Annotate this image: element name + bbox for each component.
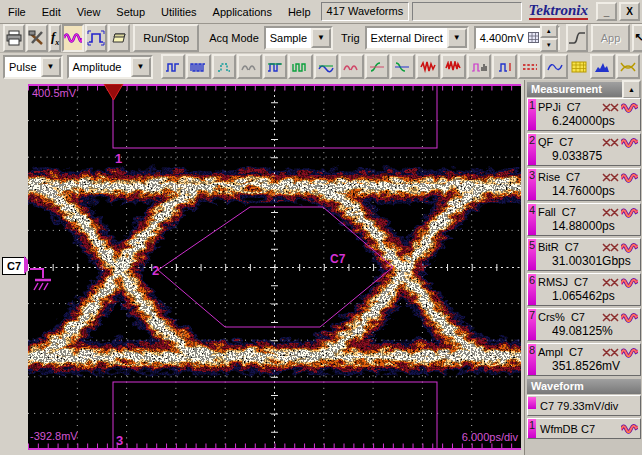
measurement-value: 14.76000ps bbox=[538, 184, 638, 198]
measurement-row-ppji[interactable]: 1 PPJi C7 6.240000ps bbox=[527, 98, 641, 131]
waveform-badge bbox=[528, 397, 536, 409]
pulse-green-icon bbox=[292, 61, 308, 73]
measurement-source: C7 bbox=[566, 171, 580, 183]
menu-utilities[interactable]: Utilities bbox=[153, 6, 204, 18]
menu-setup[interactable]: Setup bbox=[108, 6, 153, 18]
gate3-label: 3 bbox=[116, 433, 123, 448]
measurement-row-fall[interactable]: 4 Fall C7 14.88000ps bbox=[527, 203, 641, 236]
trig-source-select[interactable]: External Direct ▼ bbox=[365, 26, 469, 50]
measurement-panel-header: Measurement ▲ bbox=[527, 82, 641, 97]
wave-icon bbox=[621, 242, 638, 253]
measurement-value: 9.033875 bbox=[538, 149, 638, 163]
view-sine-button[interactable] bbox=[543, 54, 568, 79]
meas-jitter-button[interactable] bbox=[416, 54, 441, 79]
tools-button[interactable] bbox=[26, 24, 48, 52]
measurement-number: 1 bbox=[529, 99, 535, 111]
app-button[interactable]: App bbox=[591, 24, 631, 52]
chevron-down-icon[interactable]: ▼ bbox=[447, 28, 467, 48]
meas-gated-pulse-button[interactable] bbox=[212, 54, 237, 79]
waveform-db-row[interactable]: 1 WfmDB C7 bbox=[527, 418, 641, 439]
meas-pulse-green-button[interactable] bbox=[288, 54, 313, 79]
meas-histogram-button[interactable] bbox=[467, 54, 492, 79]
measurement-row-crs[interactable]: 7 Crs% C7 49.08125% bbox=[527, 308, 641, 341]
menu-applications[interactable]: Applications bbox=[205, 6, 280, 18]
trig-label: Trig bbox=[341, 32, 360, 44]
view-histogram-button[interactable] bbox=[590, 54, 615, 79]
grid-yellow-icon bbox=[571, 61, 587, 73]
meas-type-select[interactable]: Amplitude ▼ bbox=[67, 55, 153, 79]
mask-left-label: 2 bbox=[152, 263, 159, 278]
waveform-db-number: 1 bbox=[529, 419, 535, 431]
help-pointer-button[interactable]: ↖? bbox=[632, 24, 642, 52]
eraser-button[interactable] bbox=[108, 24, 130, 52]
menu-edit[interactable]: Edit bbox=[34, 6, 69, 18]
graticule[interactable]: 1 3 2 C7 400.5mV -392.8mV 6.000ps/div bbox=[28, 84, 521, 450]
view-eye-pattern-button[interactable] bbox=[616, 54, 641, 79]
meas-pulse-topline-button[interactable] bbox=[263, 54, 288, 79]
histogram-blue-icon bbox=[594, 61, 610, 73]
meas-multi-pulse-button[interactable] bbox=[186, 54, 211, 79]
meas-rise-time-button[interactable] bbox=[365, 54, 390, 79]
measurement-row-bitr[interactable]: 5 BitR C7 31.00301Gbps bbox=[527, 238, 641, 271]
dual-sine-pink-icon bbox=[343, 61, 359, 73]
waveform-db-label: WfmDB C7 bbox=[540, 423, 595, 435]
minimize-button[interactable]: _ bbox=[596, 2, 617, 21]
measurement-number: 5 bbox=[529, 239, 535, 251]
menu-view[interactable]: View bbox=[69, 6, 109, 18]
chevron-down-icon[interactable]: ▼ bbox=[131, 57, 151, 77]
eye-pattern-icon bbox=[620, 61, 636, 73]
pulse-select-icon bbox=[87, 30, 105, 46]
help-pointer-icon: ↖? bbox=[634, 31, 642, 44]
meas-noise-button[interactable] bbox=[441, 54, 466, 79]
print-button[interactable] bbox=[3, 24, 25, 52]
meas-type-value: Amplitude bbox=[69, 61, 131, 73]
chevron-down-icon[interactable]: ▼ bbox=[41, 57, 61, 77]
run-stop-button[interactable]: Run/Stop bbox=[133, 24, 199, 52]
spin-down-icon[interactable]: ▼ bbox=[540, 38, 558, 52]
meas-category-select[interactable]: Pulse ▼ bbox=[3, 55, 63, 79]
spin-up-icon[interactable]: ▲ bbox=[540, 24, 558, 38]
menu-help[interactable]: Help bbox=[280, 6, 319, 18]
measurement-value: 351.8526mV bbox=[538, 359, 638, 373]
pulse-select-button[interactable] bbox=[85, 24, 107, 52]
trig-source-value: External Direct bbox=[367, 32, 447, 44]
waveform-scale-row[interactable]: C7 79.33mV/div bbox=[527, 395, 641, 416]
meas-pulse-button[interactable] bbox=[161, 54, 186, 79]
trig-slope-button[interactable] bbox=[566, 24, 588, 52]
view-dashes-button[interactable] bbox=[518, 54, 543, 79]
view-grid-button[interactable] bbox=[569, 56, 590, 77]
measurement-row-rise[interactable]: 3 Rise C7 14.76000ps bbox=[527, 168, 641, 201]
eye-icon bbox=[602, 208, 619, 217]
meas-dual-sine-pink-button[interactable] bbox=[339, 54, 364, 79]
chevron-down-icon[interactable]: ▼ bbox=[311, 28, 331, 48]
keypad-icon[interactable] bbox=[528, 32, 539, 43]
waveform-display-area: C7 bbox=[0, 80, 524, 455]
measurement-value: 49.08125% bbox=[538, 324, 638, 338]
waveform-scale-label: C7 79.33mV/div bbox=[540, 400, 618, 412]
waveform-display-button[interactable] bbox=[62, 24, 84, 52]
meas-wave-green-blue-button[interactable] bbox=[314, 54, 339, 79]
waveform-display-icon bbox=[64, 31, 82, 45]
tools-icon bbox=[28, 30, 46, 46]
bottom-voltage-label: -392.8mV bbox=[30, 430, 78, 442]
menu-file[interactable]: File bbox=[0, 6, 34, 18]
slope-icon bbox=[568, 31, 586, 45]
acq-mode-select[interactable]: Sample ▼ bbox=[264, 26, 333, 50]
scroll-up-icon[interactable]: ▲ bbox=[622, 80, 641, 99]
trig-level-spinner[interactable]: 4.400mV ▲ ▼ bbox=[474, 26, 560, 50]
meas-dual-sine-gray-button[interactable] bbox=[237, 54, 262, 79]
measurement-row-ampl[interactable]: 8 Ampl C7 351.8526mV bbox=[527, 343, 641, 376]
measurement-row-qf[interactable]: 2 QF C7 9.033875 bbox=[527, 133, 641, 166]
measurement-source: C7 bbox=[565, 241, 579, 253]
wave-icon bbox=[621, 207, 638, 218]
formula-button[interactable]: fx bbox=[49, 24, 61, 52]
meas-fall-time-button[interactable] bbox=[390, 54, 415, 79]
meas-bracket-pulse-button[interactable] bbox=[492, 54, 517, 79]
measurement-number: 2 bbox=[529, 134, 535, 146]
measurement-number: 4 bbox=[529, 204, 535, 216]
measurement-row-rmsj[interactable]: 6 RMSJ C7 1.065462ps bbox=[527, 273, 641, 306]
close-button[interactable]: X bbox=[619, 2, 640, 21]
mask-channel-label: C7 bbox=[330, 252, 346, 266]
channel-marker-label[interactable]: C7 bbox=[2, 257, 26, 275]
title-bar: File Edit View Setup Utilities Applicati… bbox=[0, 0, 642, 24]
